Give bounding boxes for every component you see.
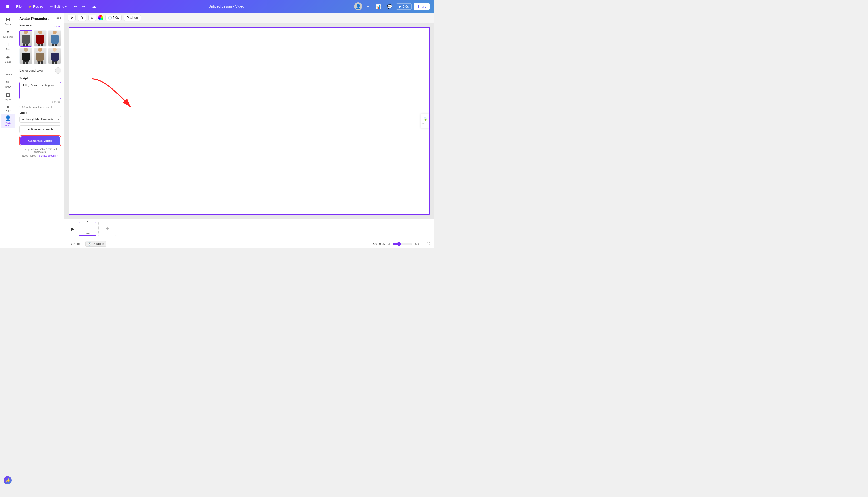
preview-speech-button[interactable]: ▶ Preview speech bbox=[19, 125, 61, 133]
position-button[interactable]: Position bbox=[124, 15, 141, 21]
right-floating-panel: 🍃 ⠿ bbox=[421, 114, 429, 128]
presenter-figure-4 bbox=[21, 48, 31, 64]
svg-rect-11 bbox=[41, 44, 43, 47]
svg-rect-27 bbox=[42, 53, 44, 60]
presenter-card-4[interactable] bbox=[19, 48, 32, 64]
svg-rect-8 bbox=[36, 35, 39, 43]
svg-rect-14 bbox=[51, 35, 53, 43]
avatar-side-panel: Avatar Presenters ••• Presenter See all bbox=[16, 13, 65, 248]
user-avatar[interactable]: 👤 bbox=[354, 2, 362, 10]
voice-label: Voice bbox=[19, 111, 61, 115]
sidebar-item-projects[interactable]: ⊟ Projects bbox=[1, 90, 15, 102]
svg-rect-28 bbox=[38, 61, 40, 65]
svg-point-6 bbox=[38, 30, 42, 34]
svg-point-24 bbox=[38, 48, 42, 52]
status-bar: ≡ Notes 🕐 Duration 0:00 / 0:05 🖥 65% ⊞ ⛶ bbox=[65, 239, 434, 248]
voice-select[interactable]: Andrew (Male, Pleasant) bbox=[19, 116, 61, 123]
sidebar-item-text[interactable]: T Text bbox=[1, 40, 15, 52]
duration-button[interactable]: 🕐 Duration bbox=[85, 241, 106, 247]
zoom-percent: 65% bbox=[414, 242, 419, 245]
play-icon: ▶ bbox=[399, 4, 401, 9]
purchase-credits-link[interactable]: Purchase credits bbox=[37, 154, 56, 157]
menu-button[interactable]: ☰ bbox=[4, 3, 11, 9]
add-slide-button[interactable]: + bbox=[98, 222, 116, 236]
presenter-card-6[interactable] bbox=[48, 48, 61, 64]
status-right: 0:00 / 0:05 🖥 65% ⊞ ⛶ bbox=[372, 242, 430, 246]
delete-button[interactable]: 🗑 bbox=[78, 15, 86, 21]
svg-rect-10 bbox=[38, 44, 40, 47]
presenter-card-5[interactable] bbox=[33, 48, 47, 64]
leaf-icon[interactable]: 🍃 bbox=[422, 116, 428, 122]
projects-icon: ⊟ bbox=[6, 92, 10, 98]
share-button[interactable]: Share bbox=[414, 3, 430, 10]
sidebar-item-elements[interactable]: ✦ Elements bbox=[1, 27, 15, 40]
doc-title: Untitled design - Video bbox=[209, 4, 244, 9]
file-button[interactable]: File bbox=[14, 3, 24, 9]
svg-rect-5 bbox=[26, 44, 28, 47]
canvas-toolbar: ↻ 🗑 ⧉ 🕐 5.0s Position bbox=[65, 13, 434, 23]
presenter-figure-3 bbox=[50, 30, 60, 47]
fullscreen-button[interactable]: ⛶ bbox=[426, 242, 430, 246]
generate-video-button[interactable]: Generate video bbox=[20, 137, 60, 145]
presenter-card-2[interactable] bbox=[33, 30, 47, 47]
notes-button[interactable]: ≡ Notes bbox=[69, 241, 83, 246]
presenter-grid bbox=[19, 30, 61, 65]
presenter-card-1[interactable] bbox=[19, 30, 32, 47]
grid-view-button[interactable]: ⊞ bbox=[421, 242, 424, 246]
slide-duration: 5.0s bbox=[85, 232, 89, 235]
play-preview-button[interactable]: ▶ 5.0s bbox=[396, 3, 412, 10]
bg-color-picker[interactable] bbox=[55, 68, 61, 73]
left-toolbar: ⊞ Design ✦ Elements T Text ◈ Brand ↑ Upl… bbox=[0, 13, 16, 248]
draw-icon: ✏ bbox=[6, 79, 10, 85]
drag-handle[interactable]: ⠿ bbox=[422, 123, 424, 126]
redo-button[interactable]: ↪ bbox=[80, 3, 87, 9]
panel-more-button[interactable]: ••• bbox=[56, 16, 61, 21]
sidebar-item-draw[interactable]: ✏ Draw bbox=[1, 77, 15, 90]
bg-color-label: Background color bbox=[19, 69, 43, 72]
sidebar-item-brand[interactable]: ◈ Brand bbox=[1, 53, 15, 65]
editing-button[interactable]: ✏ Editing ▾ bbox=[48, 3, 69, 9]
background-color-row: Background color bbox=[19, 68, 61, 73]
canvas-slide[interactable]: 🍃 ⠿ bbox=[69, 27, 430, 214]
see-all-button[interactable]: See all bbox=[53, 25, 61, 28]
resize-button[interactable]: ★ Resize bbox=[27, 3, 45, 9]
analytics-button[interactable]: 📊 bbox=[374, 3, 383, 10]
screen-view-button[interactable]: 🖥 bbox=[387, 242, 390, 246]
generate-video-wrapper: Generate video bbox=[19, 136, 61, 146]
svg-rect-21 bbox=[27, 53, 30, 60]
svg-point-18 bbox=[24, 48, 28, 52]
timeline-play-button[interactable]: ▶ bbox=[69, 225, 77, 233]
svg-rect-20 bbox=[22, 53, 24, 60]
pencil-icon: ✏ bbox=[50, 4, 53, 9]
zoom-control: 65% bbox=[392, 242, 419, 246]
comments-button[interactable]: 💬 bbox=[385, 3, 394, 10]
color-wheel[interactable] bbox=[98, 15, 103, 20]
undo-redo-group: ↩ ↪ bbox=[72, 3, 87, 9]
svg-point-30 bbox=[53, 48, 57, 52]
preview-play-icon: ▶ bbox=[28, 128, 30, 131]
duplicate-button[interactable]: ⧉ bbox=[88, 15, 96, 21]
svg-rect-35 bbox=[55, 61, 57, 65]
script-section: Script Hello, It's nice meeting you. 29/… bbox=[19, 76, 61, 104]
sidebar-item-avatar[interactable]: 👤 Avatar Pre... bbox=[1, 114, 15, 128]
slide-thumbnail-1[interactable]: 5.0s bbox=[79, 222, 96, 236]
duration-display[interactable]: 🕐 5.0s bbox=[105, 15, 122, 21]
sidebar-item-apps[interactable]: ⠿ Apps bbox=[1, 103, 15, 113]
trial-chars-note: Script will use 29 of 1000 trial charact… bbox=[19, 148, 61, 153]
canvas-with-arrow: 🍃 ⠿ bbox=[65, 23, 434, 218]
add-collaborator-button[interactable]: ＋ bbox=[364, 3, 372, 10]
zoom-slider[interactable] bbox=[392, 242, 413, 246]
clock-icon: 🕐 bbox=[108, 16, 112, 19]
canvas-main: 🍃 ⠿ bbox=[65, 23, 434, 218]
cloud-save-button[interactable]: ☁ bbox=[90, 2, 98, 10]
presenter-card-3[interactable] bbox=[48, 30, 61, 47]
clock-small-icon: 🕐 bbox=[87, 242, 91, 246]
sidebar-item-design[interactable]: ⊞ Design bbox=[1, 15, 15, 27]
trial-info: 1000 trial characters available bbox=[19, 106, 61, 109]
svg-rect-29 bbox=[41, 61, 43, 65]
refresh-button[interactable]: ↻ bbox=[68, 15, 75, 21]
undo-button[interactable]: ↩ bbox=[72, 3, 79, 9]
avatar-icon: 👤 bbox=[5, 115, 11, 121]
sidebar-item-uploads[interactable]: ↑ Uploads bbox=[1, 65, 15, 77]
script-input[interactable]: Hello, It's nice meeting you. bbox=[19, 82, 61, 99]
